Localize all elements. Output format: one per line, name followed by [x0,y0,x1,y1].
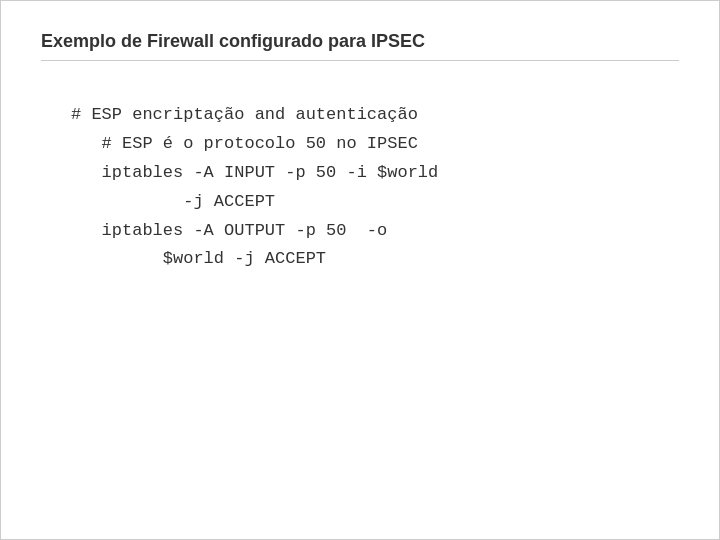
code-line-1: # ESP encriptação and autenticação [71,101,679,130]
code-line-2: # ESP é o protocolo 50 no IPSEC [71,130,679,159]
code-block: # ESP encriptação and autenticação # ESP… [41,101,679,274]
code-line-3: iptables -A INPUT -p 50 -i $world [71,159,679,188]
code-line-6: $world -j ACCEPT [71,245,679,274]
code-line-4: -j ACCEPT [71,188,679,217]
code-line-5: iptables -A OUTPUT -p 50 -o [71,217,679,246]
slide-container: Exemplo de Firewall configurado para IPS… [0,0,720,540]
slide-title: Exemplo de Firewall configurado para IPS… [41,31,679,61]
